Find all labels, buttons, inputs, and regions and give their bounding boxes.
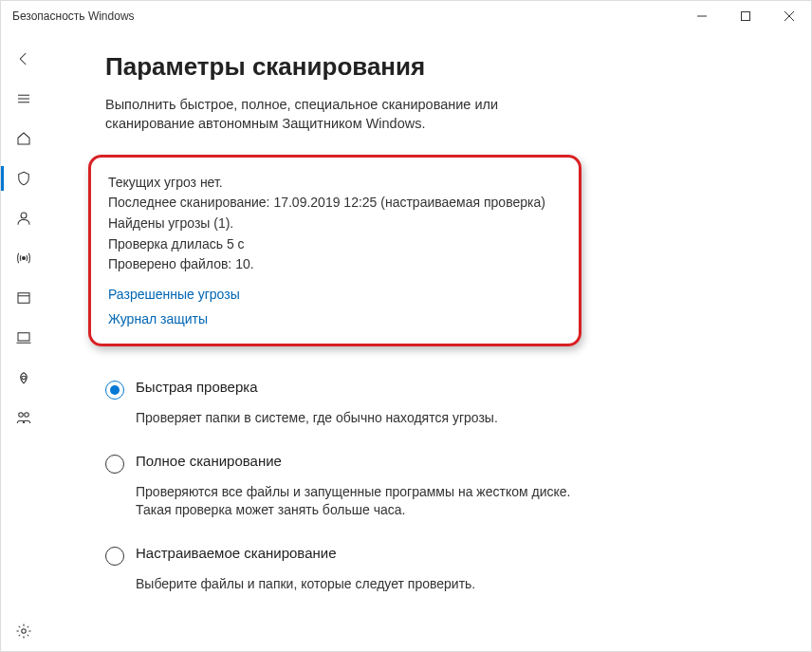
radio-quick[interactable]	[105, 381, 124, 400]
option-custom-scan[interactable]: Настраиваемое сканирование	[105, 545, 773, 566]
svg-rect-9	[18, 293, 29, 304]
nav-family[interactable]	[1, 398, 46, 438]
main-content: Параметры сканирования Выполнить быстрое…	[46, 31, 811, 651]
window-title: Безопасность Windows	[12, 9, 135, 23]
maximize-button[interactable]	[724, 1, 767, 31]
nav-app-browser[interactable]	[1, 278, 46, 318]
option-quick-desc: Проверяет папки в системе, где обычно на…	[136, 409, 572, 428]
option-full-scan[interactable]: Полное сканирование	[105, 453, 773, 474]
nav-settings[interactable]	[1, 611, 46, 651]
status-duration: Проверка длилась 5 с	[108, 234, 562, 255]
option-quick-scan[interactable]: Быстрая проверка	[105, 379, 773, 400]
status-last-scan: Последнее сканирование: 17.09.2019 12:25…	[108, 193, 562, 214]
radio-custom[interactable]	[105, 547, 124, 566]
menu-button[interactable]	[1, 79, 46, 119]
back-button[interactable]	[1, 39, 46, 79]
sidebar	[1, 31, 46, 651]
link-protection-history[interactable]: Журнал защиты	[108, 311, 562, 326]
nav-firewall[interactable]	[1, 238, 46, 278]
nav-device[interactable]	[1, 318, 46, 358]
nav-home[interactable]	[1, 119, 46, 158]
option-custom-label: Настраиваемое сканирование	[136, 545, 337, 561]
option-full-label: Полное сканирование	[136, 453, 282, 469]
svg-point-15	[22, 629, 27, 634]
minimize-button[interactable]	[680, 1, 724, 31]
status-no-threats: Текущих угроз нет.	[108, 173, 562, 194]
svg-point-14	[25, 413, 29, 418]
nav-account[interactable]	[1, 198, 46, 238]
scan-status-panel: Текущих угроз нет. Последнее сканировани…	[88, 155, 581, 346]
svg-point-13	[19, 413, 24, 418]
status-threats-found: Найдены угрозы (1).	[108, 214, 562, 234]
page-title: Параметры сканирования	[105, 52, 773, 82]
svg-rect-1	[742, 12, 750, 21]
option-quick-label: Быстрая проверка	[136, 379, 258, 395]
page-description: Выполнить быстрое, полное, специальное с…	[105, 95, 542, 134]
nav-performance[interactable]	[1, 358, 46, 398]
close-button[interactable]	[767, 1, 811, 31]
svg-point-8	[23, 257, 26, 260]
status-files-scanned: Проверено файлов: 10.	[108, 254, 562, 275]
radio-full[interactable]	[105, 455, 124, 474]
svg-rect-11	[18, 333, 29, 341]
svg-point-7	[21, 213, 27, 218]
link-allowed-threats[interactable]: Разрешенные угрозы	[108, 287, 562, 302]
option-custom-desc: Выберите файлы и папки, которые следует …	[136, 575, 572, 594]
option-full-desc: Проверяются все файлы и запущенные прогр…	[136, 483, 572, 520]
titlebar: Безопасность Windows	[1, 1, 811, 31]
nav-security[interactable]	[1, 158, 46, 198]
